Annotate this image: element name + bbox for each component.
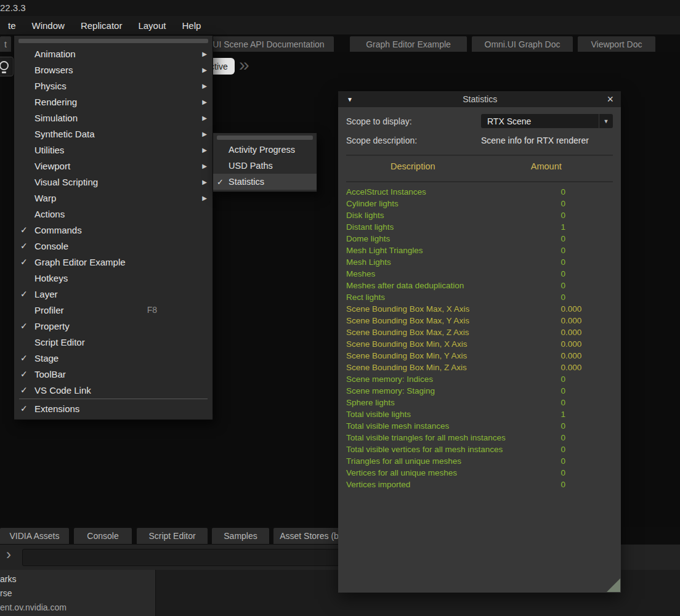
submenu-arrow-icon: ▶ [202, 67, 207, 73]
doc-tab[interactable]: Graph Editor Example [350, 36, 467, 52]
stat-label: Cylinder lights [346, 198, 480, 209]
stat-row: Disk lights 0 [346, 209, 613, 221]
stat-label: Meshes [346, 268, 480, 280]
menu-item-label: Viewport [34, 161, 157, 171]
scope-dropdown[interactable]: RTX Scene ▼ [481, 114, 613, 128]
stat-value: 0 [480, 432, 613, 444]
collapse-icon[interactable]: ▼ [347, 96, 353, 103]
submenu-arrow-icon: ▶ [202, 51, 207, 57]
menu-item[interactable]: ✓ Graph Editor Example ▶ [14, 254, 212, 270]
menubar-item[interactable]: Window [24, 20, 73, 31]
check-icon: ✓ [18, 353, 34, 363]
stat-label: Scene Bounding Box Max, Z Axis [346, 326, 480, 338]
menu-item[interactable]: ✓ Script Editor ▶ [14, 334, 212, 350]
menu-item[interactable]: ✓ Extensions ▶ [14, 400, 212, 416]
menu-item[interactable]: ✓ Rendering ▶ [14, 94, 212, 110]
stat-row: Total visible mesh instances 0 [346, 420, 613, 432]
double-chevron-icon: » [239, 54, 249, 75]
menu-item[interactable]: ✓ Utilities ▶ [14, 142, 212, 158]
check-icon: ✓ [18, 403, 34, 413]
stat-row: Scene Bounding Box Min, Y Axis 0.000 [346, 350, 613, 362]
submenu-tearoff-grip[interactable] [217, 136, 313, 140]
stats-rows: AccelStruct Instances 0 Cylinder lights … [346, 186, 613, 490]
dropdown-arrow-icon[interactable]: ▼ [599, 114, 613, 128]
menu-item[interactable]: ✓ Visual Scripting ▶ [14, 174, 212, 190]
doc-tab[interactable]: Viewport Doc [578, 36, 655, 52]
menu-item[interactable]: ✓ Simulation ▶ [14, 110, 212, 126]
stat-label: Triangles for all unique meshes [346, 455, 480, 467]
menu-item[interactable]: ✓ Actions ▶ [14, 206, 212, 222]
window-menu-items: ✓ Animation ▶ ✓ Browsers ▶ ✓ Physics [14, 46, 212, 416]
menu-item[interactable]: ✓ Synthetic Data ▶ [14, 126, 212, 142]
stat-row: Meshes after data deduplication 0 [346, 280, 613, 291]
menubar-item[interactable]: Layout [130, 20, 174, 31]
submenu-item[interactable]: ✓ Activity Progress [213, 142, 317, 158]
tree-item[interactable]: ent.ov.nvidia.com [0, 602, 67, 612]
menu-item[interactable]: ✓ Browsers ▶ [14, 62, 212, 78]
stat-value: 0 [480, 280, 613, 291]
forward-chevron-icon[interactable]: › [6, 546, 11, 563]
menu-item[interactable]: ✓ VS Code Link ▶ [14, 382, 212, 398]
stat-label: Scene Bounding Box Min, Z Axis [346, 362, 480, 373]
submenu-arrow-icon: ▶ [202, 99, 207, 105]
bottom-tab[interactable]: Samples [212, 528, 269, 544]
menu-item-label: Physics [34, 81, 157, 91]
scope-description-row: Scope description: Scene info for RTX re… [346, 131, 613, 150]
menu-item[interactable]: ✓ Animation ▶ [14, 46, 212, 62]
menubar-item[interactable]: Replicator [73, 20, 131, 31]
check-icon: ✓ [18, 385, 34, 395]
menu-item[interactable]: ✓ Viewport ▶ [14, 158, 212, 174]
stat-value: 0 [480, 385, 613, 397]
app-window: 22.3.3 te Window Replicator Layout Help … [0, 0, 680, 616]
tree-item[interactable]: rse [0, 588, 12, 598]
stat-value: 0 [480, 467, 613, 479]
submenu-item-label: USD Paths [229, 161, 273, 171]
menu-item[interactable]: ✓ Profiler F8 ▶ [14, 302, 212, 318]
statistics-titlebar[interactable]: ▼ Statistics × [338, 91, 621, 107]
menu-item-label: Stage [34, 353, 157, 363]
submenu-item[interactable]: ✓ Statistics [213, 174, 317, 190]
bottom-tab[interactable]: Script Editor [137, 528, 208, 544]
menu-item[interactable]: ✓ Stage ▶ [14, 350, 212, 366]
doc-tab[interactable]: Omni.UI Graph Doc [472, 36, 573, 52]
check-icon: ✓ [18, 241, 34, 251]
menubar-item[interactable]: te [0, 20, 24, 31]
doc-tab[interactable]: t [0, 36, 11, 52]
menu-item[interactable]: ✓ Property ▶ [14, 318, 212, 334]
stat-value: 1 [480, 408, 613, 420]
stat-label: Mesh Light Triangles [346, 245, 480, 256]
close-icon[interactable]: × [607, 94, 613, 105]
stat-label: Scene memory: Staging [346, 385, 480, 397]
tree-item[interactable]: arks [0, 574, 16, 584]
lightbulb-icon[interactable] [0, 57, 14, 76]
bottom-tab[interactable]: Asset Stores (b [273, 528, 345, 544]
bottom-tab[interactable]: Console [74, 528, 132, 544]
menu-item[interactable]: ✓ ToolBar ▶ [14, 366, 212, 382]
menu-item-label: Simulation [34, 113, 157, 123]
resize-grip[interactable] [607, 578, 620, 592]
stat-value: 0 [480, 397, 613, 408]
menu-item-label: Profiler [34, 305, 147, 315]
menu-tearoff-grip[interactable] [18, 39, 208, 43]
statistics-body: Scope to display: RTX Scene ▼ Scope desc… [338, 107, 621, 490]
menu-item[interactable]: ✓ Physics ▶ [14, 78, 212, 94]
stat-value: 1 [480, 221, 613, 233]
stat-label: Vertices for all unique meshes [346, 467, 480, 479]
stat-label: Rect lights [346, 291, 480, 303]
stat-label: Scene Bounding Box Max, Y Axis [346, 315, 480, 326]
stat-row: Scene Bounding Box Max, X Axis 0.000 [346, 303, 613, 315]
statistics-window: ▼ Statistics × Scope to display: RTX Sce… [338, 91, 621, 593]
stat-row: AccelStruct Instances 0 [346, 186, 613, 198]
stat-row: Total visible triangles for all mesh ins… [346, 432, 613, 444]
menubar-item[interactable]: Help [174, 20, 209, 31]
menu-item[interactable]: ✓ Console ▶ [14, 238, 212, 254]
stat-label: Mesh Lights [346, 256, 480, 268]
menu-item[interactable]: ✓ Layer ▶ [14, 286, 212, 302]
menu-item-shortcut: F8 [147, 305, 157, 315]
menu-item[interactable]: ✓ Hotkeys ▶ [14, 270, 212, 286]
doc-tab[interactable]: UI Scene API Documentation [203, 36, 334, 52]
submenu-item[interactable]: ✓ USD Paths [213, 158, 317, 174]
bottom-tab[interactable]: VIDIA Assets [0, 528, 69, 544]
menu-item[interactable]: ✓ Commands ▶ [14, 222, 212, 238]
menu-item[interactable]: ✓ Warp ▶ [14, 190, 212, 206]
